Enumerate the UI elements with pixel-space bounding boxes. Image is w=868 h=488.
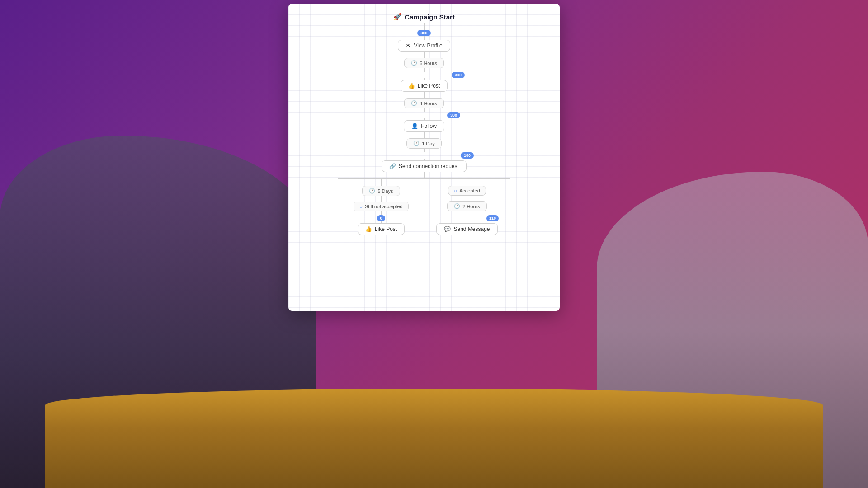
clock-icon-5: 🕐: [454, 203, 460, 209]
badge-left-like: 0: [377, 215, 385, 221]
connector-6: [424, 108, 425, 112]
branch-left-connector-2: [381, 196, 382, 202]
thumbsup-icon-left: 👍: [365, 226, 372, 232]
accepted-condition: ○ Accepted: [448, 186, 486, 196]
thumbsup-icon-1: 👍: [408, 83, 415, 89]
branch-right-connector-1: [467, 179, 467, 186]
delay-6hours: 🕐 6 Hours: [404, 58, 444, 68]
send-connection-node[interactable]: 🔗 Send connection request: [382, 160, 467, 172]
rocket-icon: 🚀: [393, 13, 402, 21]
branch-left-connector-1: [381, 179, 382, 186]
badge-connection: 180: [461, 152, 474, 159]
whiteboard-panel: 🚀 Campaign Start 300 👁 View Profile 🕐 6 …: [288, 4, 560, 311]
connector-3: [424, 52, 425, 58]
delay-4hours: 🕐 4 Hours: [404, 98, 444, 108]
branch-left-connector-3: [381, 211, 382, 215]
delay-2hours: 🕐 2 Hours: [447, 201, 487, 211]
branch-right-connector-2: [467, 196, 467, 201]
connector-9: [424, 172, 425, 178]
connector-2: [424, 36, 425, 40]
branch-container: 🕐 5 Days ○ Still not accepted 0 👍 Like P…: [338, 179, 510, 235]
branch-right-connector-3: [467, 211, 467, 215]
badge-follow: 300: [447, 112, 460, 118]
desk: [45, 389, 823, 488]
like-post-node-1[interactable]: 👍 Like Post: [401, 80, 448, 92]
eye-icon: 👁: [406, 42, 411, 49]
message-icon-right: 💬: [444, 226, 451, 232]
connector-7: [424, 132, 425, 138]
campaign-start-title: 🚀 Campaign Start: [393, 13, 455, 21]
connector-1: [424, 23, 425, 30]
branch-horizontal-line: [338, 178, 510, 179]
connector-4: [424, 68, 425, 72]
badge-right-msg: 110: [486, 215, 499, 221]
still-not-accepted-condition: ○ Still not accepted: [354, 202, 408, 211]
clock-icon-1: 🕐: [411, 60, 417, 66]
like-post-left-node[interactable]: 👍 Like Post: [358, 223, 405, 235]
clock-icon-4: 🕐: [369, 188, 375, 194]
badge-view-profile: 300: [417, 30, 430, 36]
send-message-right-node[interactable]: 💬 Send Message: [436, 223, 497, 235]
flowchart: 🚀 Campaign Start 300 👁 View Profile 🕐 6 …: [302, 13, 546, 235]
circle-icon-left: ○: [359, 204, 363, 209]
branch-right: ○ Accepted 🕐 2 Hours 110 💬: [424, 179, 510, 235]
connector-5: [424, 92, 425, 98]
circle-icon-right: ○: [454, 188, 457, 193]
person-icon: 👤: [411, 123, 418, 129]
branch-left: 🕐 5 Days ○ Still not accepted 0 👍 Like P…: [338, 179, 424, 235]
clock-icon-3: 🕐: [413, 141, 420, 146]
badge-like-post: 300: [452, 72, 465, 78]
follow-node[interactable]: 👤 Follow: [404, 120, 444, 132]
connect-icon: 🔗: [389, 163, 396, 169]
clock-icon-2: 🕐: [411, 100, 417, 106]
view-profile-node[interactable]: 👁 View Profile: [398, 40, 450, 52]
delay-5days: 🕐 5 Days: [362, 186, 400, 196]
connector-8: [424, 149, 425, 152]
delay-1day: 🕐 1 Day: [406, 138, 442, 149]
